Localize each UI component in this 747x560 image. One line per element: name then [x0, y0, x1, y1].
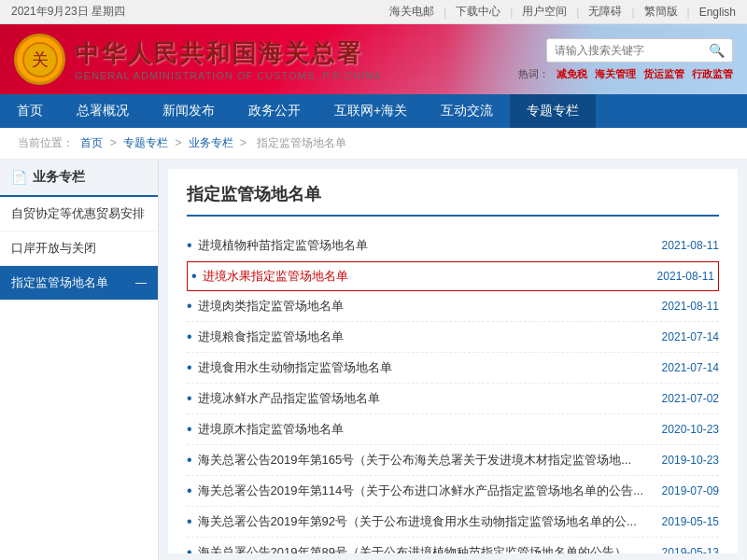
- nav-internet[interactable]: 互联网+海关: [317, 94, 424, 128]
- sidebar-item-port[interactable]: 口岸开放与关闭: [0, 231, 158, 266]
- list-item: 海关总署公告2019年第114号（关于公布进口冰鲜水产品指定监管场地名单的公告.…: [187, 476, 719, 507]
- logo-area: 关 中华人民共和国海关总署 GENERAL ADMINISTRATION OF …: [14, 34, 381, 85]
- sidebar-item-trade[interactable]: 自贸协定等优惠贸易安排: [0, 197, 158, 231]
- sidebar-item-port-label: 口岸开放与关闭: [11, 240, 96, 257]
- list-item-link[interactable]: 海关总署公告2019年第92号（关于公布进境食用水生动物指定监管场地名单的公..…: [187, 513, 653, 530]
- top-bar: 2021年9月23日 星期四 海关电邮 | 下载中心 | 用户空间 | 无障碍 …: [0, 0, 747, 24]
- nav-gov[interactable]: 政务公开: [232, 94, 317, 128]
- link-accessibility[interactable]: 无障碍: [588, 4, 622, 20]
- date-label: 2021年9月23日 星期四: [11, 4, 125, 20]
- link-traditional[interactable]: 繁簡版: [644, 4, 678, 20]
- list-item-date: 2021-07-02: [662, 392, 719, 405]
- list-item: 进境粮食指定监管场地名单 2021-07-14: [187, 322, 719, 353]
- hot-label: 热词：: [518, 67, 549, 81]
- sidebar-item-supervision[interactable]: 指定监管场地名单 —: [0, 266, 158, 301]
- list-container: 进境植物种苗指定监管场地名单 2021-08-11 进境水果指定监管场地名单 2…: [187, 231, 719, 553]
- sidebar-title: 📄 业务专栏: [0, 160, 158, 197]
- sidebar-title-label: 业务专栏: [33, 169, 85, 186]
- list-item: 海关总署公告2019年第89号（关于公布进境植物种苗指定监管场地名单的公告） 2…: [187, 538, 719, 553]
- content-area: 📄 业务专栏 自贸协定等优惠贸易安排 口岸开放与关闭 指定监管场地名单 — 指定…: [0, 160, 747, 560]
- breadcrumb-home[interactable]: 首页: [80, 136, 103, 149]
- nav-bar: 首页 总署概况 新闻发布 政务公开 互联网+海关 互动交流 专题专栏: [0, 94, 747, 128]
- logo-en: GENERAL ADMINISTRATION OF CUSTOMS, P.R.C…: [75, 70, 381, 81]
- link-user[interactable]: 用户空间: [522, 4, 567, 20]
- list-item-date: 2020-10-23: [662, 423, 719, 436]
- logo-text: 中华人民共和国海关总署 GENERAL ADMINISTRATION OF CU…: [75, 37, 381, 81]
- list-item-link[interactable]: 进境水果指定监管场地名单: [191, 268, 648, 285]
- link-download[interactable]: 下载中心: [456, 4, 500, 20]
- breadcrumb-prefix: 当前位置：: [18, 136, 74, 149]
- search-input[interactable]: [555, 44, 709, 57]
- list-item-date: 2019-10-23: [662, 454, 719, 467]
- nav-overview[interactable]: 总署概况: [60, 94, 146, 128]
- hot-tag-1[interactable]: 减免税: [557, 67, 587, 81]
- list-item-link[interactable]: 进境原木指定监管场地名单: [187, 421, 653, 438]
- main-content: 指定监管场地名单 进境植物种苗指定监管场地名单 2021-08-11 进境水果指…: [168, 169, 738, 553]
- list-item: 海关总署公告2019年第92号（关于公布进境食用水生动物指定监管场地名单的公..…: [187, 507, 719, 538]
- list-item-link[interactable]: 海关总署公告2019年第114号（关于公布进口冰鲜水产品指定监管场地名单的公告.…: [187, 483, 653, 499]
- list-item-link[interactable]: 进境粮食指定监管场地名单: [187, 329, 653, 345]
- page-title: 指定监管场地名单: [187, 183, 719, 217]
- nav-home[interactable]: 首页: [0, 94, 60, 128]
- hot-tags: 热词： 减免税 海关管理 货运监管 行政监管: [518, 67, 733, 81]
- list-item-date: 2021-08-11: [662, 239, 719, 252]
- sidebar-item-trade-label: 自贸协定等优惠贸易安排: [11, 205, 145, 222]
- logo-emblem: 关: [14, 34, 65, 85]
- list-item-date: 2021-07-14: [662, 361, 719, 374]
- link-english[interactable]: English: [699, 6, 736, 19]
- list-item-date: 2021-08-11: [662, 300, 719, 313]
- list-item-link[interactable]: 进境食用水生动物指定监管场地名单: [187, 359, 653, 376]
- list-item: 进境植物种苗指定监管场地名单 2021-08-11: [187, 231, 719, 261]
- sidebar: 📄 业务专栏 自贸协定等优惠贸易安排 口岸开放与关闭 指定监管场地名单 —: [0, 160, 159, 560]
- list-item-date: 2021-07-14: [662, 330, 719, 343]
- list-item-link[interactable]: 进境植物种苗指定监管场地名单: [187, 237, 653, 254]
- sidebar-title-icon: 📄: [11, 170, 27, 185]
- breadcrumb-current: 指定监管场地名单: [257, 136, 346, 149]
- breadcrumb-business[interactable]: 业务专栏: [189, 136, 233, 149]
- hot-tag-4[interactable]: 行政监管: [692, 67, 733, 81]
- list-item: 进境肉类指定监管场地名单 2021-08-11: [187, 291, 719, 322]
- breadcrumb: 当前位置： 首页 > 专题专栏 > 业务专栏 > 指定监管场地名单: [0, 128, 747, 160]
- hot-tag-3[interactable]: 货运监管: [643, 67, 684, 81]
- sidebar-item-supervision-label: 指定监管场地名单: [11, 274, 108, 291]
- breadcrumb-sep2: >: [175, 136, 184, 149]
- list-item-link[interactable]: 海关总署公告2019年第165号（关于公布海关总署关于发进境木材指定监管场地..…: [187, 452, 653, 469]
- link-email[interactable]: 海关电邮: [389, 4, 434, 20]
- svg-text:关: 关: [32, 50, 49, 69]
- top-links: 海关电邮 | 下载中心 | 用户空间 | 无障碍 | 繁簡版 | English: [389, 4, 736, 20]
- search-icon[interactable]: 🔍: [709, 43, 725, 58]
- search-box[interactable]: 🔍: [546, 38, 733, 63]
- sidebar-arrow-icon: —: [135, 276, 147, 289]
- list-item: 进境水果指定监管场地名单 2021-08-11: [187, 261, 719, 291]
- list-item-link[interactable]: 进境肉类指定监管场地名单: [187, 298, 653, 315]
- header: 关 中华人民共和国海关总署 GENERAL ADMINISTRATION OF …: [0, 24, 747, 94]
- list-item-date: 2019-07-09: [662, 484, 719, 497]
- list-item-date: 2021-08-11: [657, 270, 714, 283]
- list-item: 进境食用水生动物指定监管场地名单 2021-07-14: [187, 353, 719, 384]
- list-item-date: 2019-05-13: [662, 546, 719, 553]
- list-item: 进境冰鲜水产品指定监管场地名单 2021-07-02: [187, 384, 719, 414]
- list-item-link[interactable]: 进境冰鲜水产品指定监管场地名单: [187, 390, 653, 407]
- list-item: 海关总署公告2019年第165号（关于公布海关总署关于发进境木材指定监管场地..…: [187, 445, 719, 476]
- nav-special[interactable]: 专题专栏: [510, 94, 596, 128]
- breadcrumb-sep1: >: [110, 136, 120, 149]
- nav-news[interactable]: 新闻发布: [146, 94, 232, 128]
- breadcrumb-sep3: >: [240, 136, 249, 149]
- logo-cn: 中华人民共和国海关总署: [75, 37, 381, 70]
- list-item: 进境原木指定监管场地名单 2020-10-23: [187, 414, 719, 445]
- nav-interact[interactable]: 互动交流: [424, 94, 510, 128]
- breadcrumb-special[interactable]: 专题专栏: [123, 136, 168, 149]
- list-item-link[interactable]: 海关总署公告2019年第89号（关于公布进境植物种苗指定监管场地名单的公告）: [187, 544, 653, 553]
- list-item-date: 2019-05-15: [662, 515, 719, 528]
- search-area: 🔍 热词： 减免税 海关管理 货运监管 行政监管: [518, 38, 733, 81]
- hot-tag-2[interactable]: 海关管理: [595, 67, 636, 81]
